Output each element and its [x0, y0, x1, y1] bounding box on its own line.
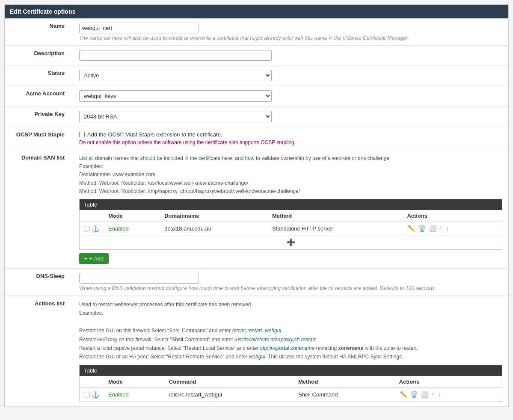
description-input[interactable] [79, 50, 272, 61]
actions-row-actions: ✏️ 🗑️ ⬜ ↑ ↓ [395, 387, 502, 401]
add-label: + Add [89, 255, 104, 262]
actions-col-check [80, 376, 104, 388]
actions-row-check: ⚓ [80, 387, 104, 401]
ocsp-checkbox-wrap: Add the OCSP Must Staple extension to th… [79, 131, 502, 138]
edit-icon[interactable]: ✏️ [408, 225, 415, 232]
acme-account-cell: webgui_keys [73, 86, 508, 106]
domain-san-row-method: Standalone HTTP server [268, 222, 403, 235]
domain-san-table-wrap: Table Mode Domainname Method Actions [79, 199, 502, 250]
private-key-label: Private Key [5, 106, 73, 127]
acme-account-select[interactable]: webgui_keys [79, 90, 272, 102]
ocsp-row: OCSP Must Staple Add the OCSP Must Stapl… [5, 127, 508, 150]
domain-san-add-button[interactable]: + + Add [79, 253, 109, 264]
col-mode: Mode [104, 210, 160, 222]
domain-san-row: Domain SAN list List all domain names th… [5, 150, 508, 269]
check-anchor-cell: ⚓ [84, 225, 100, 233]
actions-thead-row: Mode Command Method Actions [80, 376, 502, 388]
form-table: Name The name set here will also be used… [5, 18, 508, 407]
col-method: Method [268, 210, 403, 222]
actions-line1: Used to restart webserver processes afte… [79, 302, 251, 308]
anchor-icon: ⚓ [91, 225, 100, 233]
domain-san-table-title: Table [84, 201, 97, 208]
actions-col-method: Method [294, 376, 395, 388]
plus-box-icon[interactable]: ➕ [287, 239, 295, 246]
actions-list-desc: Used to restart webserver processes afte… [79, 300, 502, 361]
private-key-cell: 2048-bit RSA 4096-bit RSA 256-bit ECDSA … [73, 106, 508, 127]
dns-sleep-input[interactable] [79, 273, 199, 284]
actions-line4: Restart HAProxy on this firewall: Select… [79, 337, 316, 343]
domain-san-plus-cell: ➕ [80, 235, 502, 249]
actions-code1: /etc/rc.restart_webgui [232, 328, 281, 334]
description-label: Description [5, 46, 73, 65]
edit-certificate-panel: Edit Certificate options Name The name s… [4, 4, 509, 407]
domain-san-add-row: ➕ [80, 235, 502, 249]
actions-list-label: Actions list [5, 296, 73, 406]
status-row: Status Active Disabled [5, 65, 508, 86]
actions-col-actions: Actions [395, 376, 502, 388]
domain-san-examples: Examples: [79, 163, 103, 169]
name-cell: The name set here will also be used to c… [73, 18, 508, 46]
actions-examples: Examples: [79, 310, 103, 316]
name-input[interactable] [79, 23, 199, 33]
actions-move-up-icon[interactable]: ↑ [432, 391, 435, 398]
actions-line6: Restart the GUI of an HA peer: Select "R… [79, 354, 403, 360]
copy-icon[interactable]: ⬜ [429, 225, 436, 232]
domain-san-label: Domain SAN list [5, 150, 73, 269]
actions-list-table-header: Table [80, 365, 502, 376]
actions-copy-icon[interactable]: ⬜ [421, 391, 428, 398]
actions-list-row: Actions list Used to restart webserver p… [5, 296, 508, 406]
description-row: Description [5, 46, 508, 65]
delete-icon[interactable]: 🗑️ [418, 225, 426, 232]
col-actions: Actions [403, 210, 502, 222]
private-key-select[interactable]: 2048-bit RSA 4096-bit RSA 256-bit ECDSA … [79, 111, 272, 122]
move-up-icon[interactable]: ↑ [439, 225, 442, 232]
actions-code4: webgui [249, 354, 265, 360]
dns-sleep-label: DNS-Sleep [5, 268, 73, 296]
status-cell: Active Disabled [73, 65, 508, 86]
ocsp-warn: Do not enable this option unless the sof… [79, 139, 502, 145]
actions-check-anchor: ⚓ [84, 390, 100, 399]
domain-san-row-actions: ✏️ 🗑️ ⬜ ↑ ↓ [403, 222, 502, 235]
actions-line5: Restart a local captive portal instance:… [79, 345, 418, 351]
actions-col-command: Command [165, 376, 294, 388]
actions-table-row: ⚓ Enabled /etc/rc.restart_webgui Shell C… [80, 387, 502, 401]
add-icon: + [84, 255, 88, 262]
domain-san-table-header: Table [80, 199, 502, 210]
acme-account-row: Acme Account webgui_keys [5, 86, 508, 106]
actions-line3: Restart the GUI on this firewall: Select… [79, 328, 281, 334]
domain-san-table-row: ⚓ Enabled dcsx18.anu.edu.au Standalone H… [80, 222, 502, 235]
name-label: Name [5, 18, 73, 46]
dns-sleep-row: DNS-Sleep When using a DNS validation me… [5, 268, 508, 296]
dns-sleep-help: When using a DNS validation method confi… [79, 285, 502, 291]
actions-list-cell: Used to restart webserver processes afte… [73, 296, 508, 406]
status-label: Status [5, 65, 73, 86]
actions-row-method: Shell Command [294, 387, 395, 401]
domain-san-desc: List all domain names that should be inc… [79, 154, 502, 195]
col-domainname: Domainname [160, 210, 268, 222]
ocsp-label: OCSP Must Staple [5, 127, 73, 150]
status-select[interactable]: Active Disabled [79, 70, 272, 81]
actions-move-down-icon[interactable]: ↓ [438, 391, 441, 398]
private-key-row: Private Key 2048-bit RSA 4096-bit RSA 25… [5, 106, 508, 127]
domain-san-cell: List all domain names that should be inc… [73, 150, 508, 269]
move-down-icon[interactable]: ↓ [446, 225, 449, 232]
domain-san-line4: Method: Webroot, Rootfolder: /usr/local/… [79, 180, 248, 186]
row-checkbox[interactable] [84, 226, 89, 231]
actions-row-checkbox[interactable] [84, 392, 89, 397]
name-help: The name set here will also be used to c… [79, 35, 502, 41]
domain-san-row-domainname: dcsx18.anu.edu.au [160, 222, 268, 235]
col-check [80, 210, 104, 222]
actions-edit-icon[interactable]: ✏️ [400, 391, 407, 398]
actions-bold1: zonename [338, 345, 364, 351]
domain-san-line1: List all domain names that should be inc… [79, 155, 389, 161]
domain-san-thead-row: Mode Domainname Method Actions [80, 210, 502, 222]
actions-row-command: /etc/rc.restart_webgui [165, 387, 294, 401]
domain-san-row-mode: Enabled [104, 222, 160, 235]
actions-delete-icon[interactable]: 🗑️ [410, 391, 418, 398]
description-cell [73, 46, 508, 65]
panel-header: Edit Certificate options [5, 5, 508, 18]
actions-table-title: Table [84, 367, 97, 374]
domain-san-inner-table: Mode Domainname Method Actions [80, 210, 502, 249]
ocsp-checkbox[interactable] [79, 132, 85, 137]
actions-code3: captiveportal zonename [260, 345, 314, 351]
